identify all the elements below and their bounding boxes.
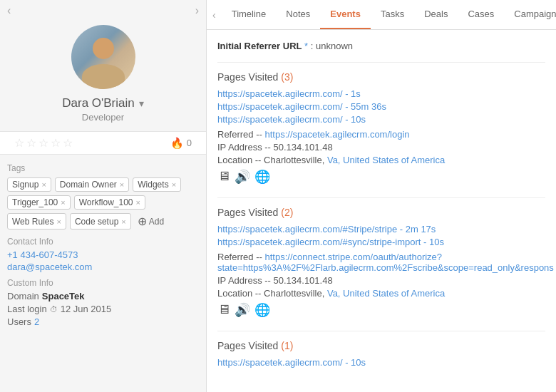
tag-codesetup-label: Code setup <box>75 217 118 227</box>
page-link-3-1[interactable]: https://spacetek.agilecrm.com/ - 10s <box>217 357 545 368</box>
flame-icon: 🔥 <box>170 137 184 150</box>
referred-link-2[interactable]: https://connect.stripe.com/oauth/authori… <box>217 252 554 273</box>
rating-row: ☆ ☆ ☆ ☆ ☆ 🔥 0 <box>0 131 206 155</box>
page-link-1-2[interactable]: https://spacetek.agilecrm.com/ - 55m 36s <box>217 101 545 112</box>
add-tag-icon: ⊕ <box>138 215 147 228</box>
tags-container: Signup × Domain Owner × Widgets × Trigge… <box>0 177 206 229</box>
page-link-1-1[interactable]: https://spacetek.agilecrm.com/ - 1s <box>217 88 545 99</box>
page-link-2-2[interactable]: https://spacetek.agilecrm.com/#sync/stri… <box>217 237 545 247</box>
last-login-row: Last login ⏱ 12 Jun 2015 <box>7 304 199 314</box>
tag-signup-close[interactable]: × <box>41 180 46 189</box>
users-row: Users 2 <box>7 316 199 327</box>
tag-widgets-label: Widgets <box>138 180 168 190</box>
contact-info-section: Contact Info +1 434-607-4573 dara@spacet… <box>0 237 206 272</box>
globe-icon-1: 🌐 <box>254 169 270 185</box>
tag-webrules-close[interactable]: × <box>56 217 61 226</box>
next-contact-button[interactable]: › <box>195 4 199 17</box>
referred-row-2: Referred -- https://connect.stripe.com/o… <box>217 252 545 273</box>
users-label: Users <box>7 316 31 327</box>
prev-contact-button[interactable]: ‹ <box>7 4 11 17</box>
star-2[interactable]: ☆ <box>26 136 36 150</box>
pages-title-2: Pages Visited (2) <box>217 207 545 218</box>
tabs-bar: ‹ Timeline Notes Events Tasks Deals Case… <box>207 0 556 30</box>
users-count[interactable]: 2 <box>34 316 39 327</box>
tag-trigger100-label: Trigger_100 <box>12 197 58 207</box>
contact-name: Dara O'Briain <box>62 96 135 110</box>
location-row-2: Location -- Charlottesville, Va, United … <box>217 288 545 299</box>
avatar-container <box>0 25 206 89</box>
referrer-row: Initial Referrer URL * : unknown <box>217 41 545 51</box>
tab-tasks[interactable]: Tasks <box>371 0 414 29</box>
contact-title: Developer <box>0 112 206 123</box>
pages-count-2: (2) <box>281 207 293 218</box>
tab-prev-button[interactable]: ‹ <box>207 2 222 28</box>
tag-webrules: Web Rules × <box>7 213 66 229</box>
pages-count-3: (1) <box>281 340 293 351</box>
referrer-suffix: : unknown <box>311 41 353 51</box>
tab-cases[interactable]: Cases <box>458 0 504 29</box>
contact-phone[interactable]: +1 434-607-4573 <box>7 249 199 260</box>
monitor-icon-2: 🖥 <box>217 302 230 318</box>
tag-codesetup-close[interactable]: × <box>121 217 125 226</box>
device-icons-1: 🖥 🔊 🌐 <box>217 169 545 185</box>
tag-workflow100-close[interactable]: × <box>136 198 140 207</box>
add-tag-label: Add <box>149 217 164 227</box>
location-country-1[interactable]: United States of America <box>343 155 445 165</box>
pages-visited-label-2: Pages Visited <box>217 207 278 218</box>
tab-timeline[interactable]: Timeline <box>222 0 277 29</box>
chevron-down-icon[interactable]: ▾ <box>139 98 144 109</box>
device-icons-2: 🖥 🔊 🌐 <box>217 302 545 318</box>
tags-label: Tags <box>0 163 206 173</box>
referrer-asterisk: * <box>304 41 308 51</box>
tab-notes[interactable]: Notes <box>276 0 320 29</box>
star-5[interactable]: ☆ <box>63 136 73 150</box>
tab-events[interactable]: Events <box>320 0 371 29</box>
page-link-2-1[interactable]: https://spacetek.agilecrm.com/#Stripe/st… <box>217 224 545 234</box>
referrer-label: Initial Referrer URL <box>217 41 302 51</box>
referred-link-1[interactable]: https://spacetek.agilecrm.com/login <box>264 129 409 140</box>
last-login-date: 12 Jun 2015 <box>61 304 112 314</box>
add-tag-button[interactable]: ⊕ Add <box>135 213 167 229</box>
pages-title-3: Pages Visited (1) <box>217 340 545 351</box>
star-4[interactable]: ☆ <box>51 136 61 150</box>
flame-score-value: 0 <box>187 138 192 148</box>
globe-icon-2: 🌐 <box>254 302 270 318</box>
tag-codesetup: Code setup × <box>70 213 131 229</box>
tag-workflow100: Workflow_100 × <box>74 195 145 210</box>
location-row-1: Location -- Charlottesville, Va, United … <box>217 155 545 165</box>
tag-signup: Signup × <box>7 177 51 192</box>
tag-widgets-close[interactable]: × <box>172 180 176 189</box>
tag-domain-owner: Domain Owner × <box>55 177 129 192</box>
ip-row-1: IP Address -- 50.134.101.48 <box>217 142 545 153</box>
page-link-1-3[interactable]: https://spacetek.agilecrm.com/ - 10s <box>217 114 545 125</box>
tag-domain-owner-close[interactable]: × <box>120 180 124 189</box>
pages-block-1: Pages Visited (3) https://spacetek.agile… <box>217 62 545 185</box>
nav-arrows: ‹ › <box>0 0 206 21</box>
tag-domain-owner-label: Domain Owner <box>60 180 117 190</box>
clock-icon: ⏱ <box>50 305 58 314</box>
tab-deals[interactable]: Deals <box>414 0 458 29</box>
location-va-1[interactable]: Va, <box>327 155 341 165</box>
tag-trigger100-close[interactable]: × <box>61 198 65 207</box>
location-va-2[interactable]: Va, <box>327 288 341 299</box>
custom-info-label: Custom Info <box>7 278 199 288</box>
referred-label-1: Referred -- <box>217 129 262 140</box>
pages-block-2: Pages Visited (2) https://spacetek.agile… <box>217 197 545 318</box>
star-rating[interactable]: ☆ ☆ ☆ ☆ ☆ <box>14 136 73 150</box>
tab-campaigns[interactable]: Campaigns <box>504 0 556 29</box>
contact-email[interactable]: dara@spacetek.com <box>7 262 199 272</box>
star-3[interactable]: ☆ <box>38 136 48 150</box>
referred-label-2: Referred -- <box>217 252 262 262</box>
star-1[interactable]: ☆ <box>14 136 24 150</box>
monitor-icon-1: 🖥 <box>217 169 230 185</box>
domain-row: Domain SpaceTek <box>7 291 199 301</box>
main-content: Initial Referrer URL * : unknown Pages V… <box>207 30 556 391</box>
location-country-2[interactable]: United States of America <box>343 288 445 299</box>
left-panel: ‹ › Dara O'Briain ▾ Developer ☆ ☆ ☆ ☆ ☆ … <box>0 0 207 392</box>
pages-block-3: Pages Visited (1) https://spacetek.agile… <box>217 331 545 368</box>
tag-trigger100: Trigger_100 × <box>7 195 71 210</box>
tag-widgets: Widgets × <box>133 177 181 192</box>
tag-webrules-label: Web Rules <box>12 217 53 227</box>
right-panel: ‹ Timeline Notes Events Tasks Deals Case… <box>207 0 556 392</box>
avatar <box>71 25 135 89</box>
